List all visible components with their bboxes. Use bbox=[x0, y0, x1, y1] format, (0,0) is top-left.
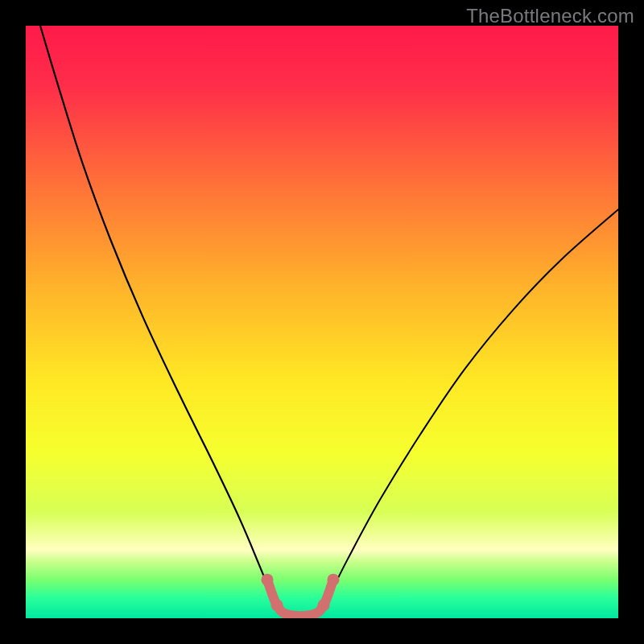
chart-svg bbox=[26, 26, 618, 618]
series-link-shape-dot bbox=[328, 574, 340, 586]
outer-frame: TheBottleneck.com bbox=[0, 0, 644, 644]
series-link-shape-dot bbox=[262, 574, 274, 586]
plot-area bbox=[26, 26, 618, 618]
series-link-shape-dot bbox=[271, 599, 283, 611]
gradient-background bbox=[26, 26, 618, 618]
series-link-shape-dot bbox=[318, 599, 330, 611]
watermark-text: TheBottleneck.com bbox=[466, 5, 634, 27]
